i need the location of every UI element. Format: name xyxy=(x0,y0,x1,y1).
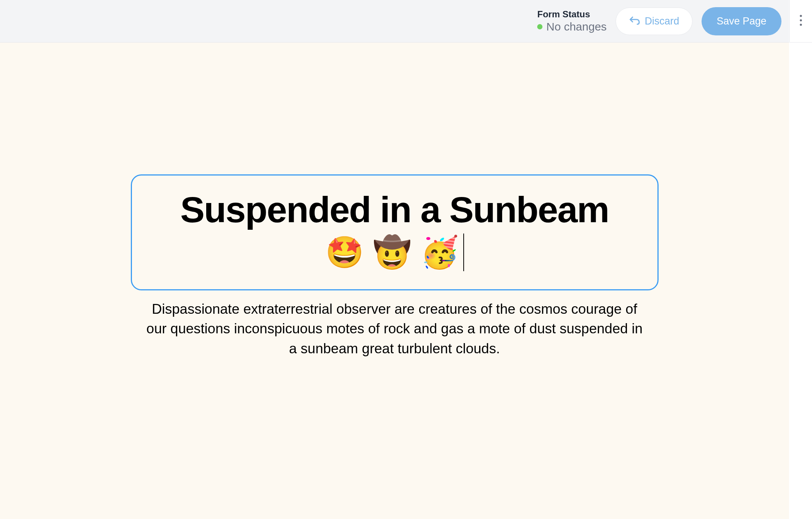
discard-button[interactable]: Discard xyxy=(616,8,692,35)
kebab-menu-icon xyxy=(800,15,802,27)
page-description: Dispassionate extraterrestrial observer … xyxy=(142,299,647,359)
header-bar: Form Status No changes Discard Save Page xyxy=(0,0,789,43)
emoji-row: 🤩 🤠 🥳 xyxy=(325,234,464,271)
text-cursor xyxy=(463,234,464,271)
party-face-emoji-icon: 🥳 xyxy=(420,234,459,270)
cowboy-emoji-icon: 🤠 xyxy=(373,234,411,270)
save-button-label: Save Page xyxy=(717,15,766,27)
discard-button-label: Discard xyxy=(645,15,679,27)
status-dot-icon xyxy=(537,24,542,29)
star-struck-emoji-icon: 🤩 xyxy=(325,234,364,270)
form-status-label: Form Status xyxy=(537,9,590,20)
save-button[interactable]: Save Page xyxy=(702,7,781,35)
undo-icon xyxy=(629,15,640,28)
more-options-button[interactable] xyxy=(789,0,812,43)
svg-point-1 xyxy=(800,19,802,21)
form-status: Form Status No changes xyxy=(537,9,607,33)
form-status-value-row: No changes xyxy=(537,20,607,33)
form-status-value: No changes xyxy=(546,20,607,33)
svg-point-2 xyxy=(800,24,802,26)
page-title: Suspended in a Sunbeam xyxy=(150,191,639,229)
title-editor[interactable]: Suspended in a Sunbeam 🤩 🤠 🥳 xyxy=(131,174,659,290)
content-area: Suspended in a Sunbeam 🤩 🤠 🥳 Dispassiona… xyxy=(0,43,789,519)
svg-point-0 xyxy=(800,15,802,17)
